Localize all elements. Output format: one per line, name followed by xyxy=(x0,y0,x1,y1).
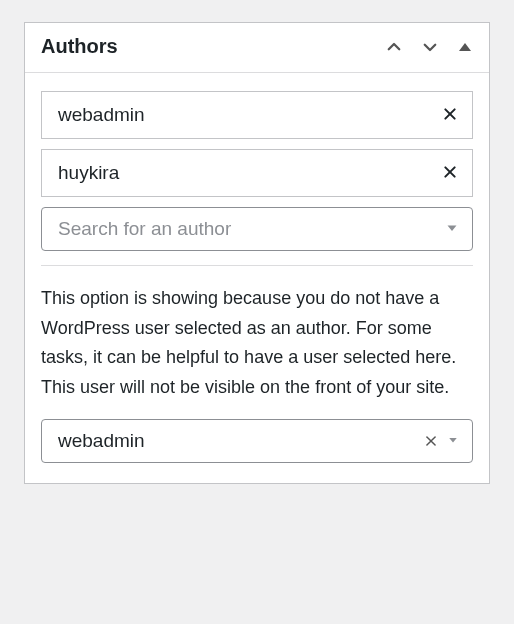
svg-marker-5 xyxy=(448,226,457,232)
fallback-author-value: webadmin xyxy=(58,430,145,452)
remove-author-icon[interactable] xyxy=(442,162,458,184)
author-chip[interactable]: webadmin xyxy=(41,91,473,139)
author-search-combobox[interactable]: Search for an author xyxy=(41,207,473,251)
author-chip[interactable]: huykira xyxy=(41,149,473,197)
author-name: webadmin xyxy=(58,104,145,126)
panel-title: Authors xyxy=(41,35,118,58)
clear-selection-icon[interactable] xyxy=(424,431,438,451)
authors-panel: Authors webadmin huykira xyxy=(24,22,490,484)
panel-header: Authors xyxy=(25,23,489,73)
panel-body: webadmin huykira Search for an author Th… xyxy=(25,73,489,483)
dropdown-caret-icon xyxy=(446,222,458,236)
search-placeholder: Search for an author xyxy=(58,218,231,240)
svg-marker-0 xyxy=(459,43,471,51)
dropdown-caret-icon xyxy=(448,435,458,447)
move-up-icon[interactable] xyxy=(385,38,403,56)
help-text: This option is showing because you do no… xyxy=(41,284,473,403)
section-divider xyxy=(41,265,473,266)
author-search-row: Search for an author xyxy=(41,207,473,251)
author-name: huykira xyxy=(58,162,119,184)
select-controls xyxy=(424,431,458,451)
svg-marker-8 xyxy=(449,438,457,443)
fallback-author-select[interactable]: webadmin xyxy=(41,419,473,463)
collapse-toggle-icon[interactable] xyxy=(457,39,473,55)
move-down-icon[interactable] xyxy=(421,38,439,56)
panel-controls xyxy=(385,38,473,56)
remove-author-icon[interactable] xyxy=(442,104,458,126)
